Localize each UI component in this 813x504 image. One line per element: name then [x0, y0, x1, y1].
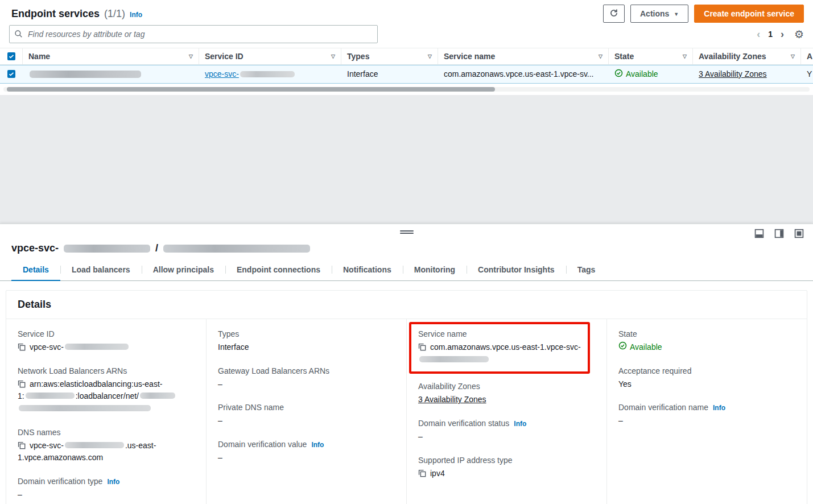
field-domain-verification-name: Domain verification name Info – — [618, 403, 795, 427]
check-circle-icon — [614, 69, 623, 79]
horizontal-scrollbar[interactable] — [3, 87, 810, 92]
details-card-header: Details — [6, 291, 807, 319]
filter-icon[interactable]: ▽ — [331, 53, 335, 59]
info-link[interactable]: Info — [514, 420, 526, 428]
refresh-icon — [609, 9, 618, 19]
details-column-3: Service name com.amazonaws.vpce.us-east-… — [406, 319, 606, 504]
availability-zones-link[interactable]: 3 Availability Zones — [699, 69, 767, 79]
cell-clipped: Y — [801, 69, 813, 79]
check-circle-icon — [618, 341, 627, 354]
tab-endpoint-connections[interactable]: Endpoint connections — [225, 260, 332, 280]
column-header-clipped[interactable]: A — [801, 48, 813, 64]
redacted-name — [30, 71, 141, 78]
next-page-button[interactable]: › — [781, 29, 784, 39]
status-badge: Available — [614, 69, 658, 79]
field-state: State Available — [618, 329, 795, 354]
redacted-value — [419, 356, 489, 362]
tab-monitoring[interactable]: Monitoring — [403, 260, 467, 280]
info-link[interactable]: Info — [311, 441, 324, 449]
chevron-down-icon: ▼ — [674, 11, 679, 17]
copy-icon[interactable] — [418, 343, 426, 351]
field-service-id: Service ID vpce-svc- — [18, 329, 195, 354]
refresh-button[interactable] — [603, 5, 625, 23]
filter-icon[interactable]: ▽ — [683, 53, 687, 59]
create-endpoint-service-button[interactable]: Create endpoint service — [694, 5, 804, 23]
copy-icon[interactable] — [18, 343, 26, 351]
split-panel: vpce-svc- / Details Load balancers Allow… — [0, 224, 813, 504]
field-private-dns-name: Private DNS name – — [218, 403, 395, 427]
copy-icon[interactable] — [418, 469, 426, 477]
cell-service-id: vpce-svc- — [199, 69, 341, 79]
tab-notifications[interactable]: Notifications — [332, 260, 403, 280]
field-domain-verification-value: Domain verification value Info – — [218, 440, 395, 464]
cell-service-name: com.amazonaws.vpce.us-east-1.vpce-sv... — [438, 69, 609, 79]
info-link[interactable]: Info — [130, 11, 142, 19]
details-column-1: Service ID vpce-svc- Network Load Balanc… — [6, 319, 206, 504]
column-header-service-id[interactable]: Service ID ▽ — [199, 48, 341, 64]
field-service-name: Service name com.amazonaws.vpce.us-east-… — [418, 329, 581, 366]
tab-load-balancers[interactable]: Load balancers — [60, 260, 142, 280]
search-input[interactable] — [9, 25, 378, 43]
page-title: Endpoint services — [11, 8, 100, 20]
tab-details[interactable]: Details — [11, 260, 60, 280]
field-acceptance-required: Acceptance required Yes — [618, 366, 795, 391]
row-checkbox[interactable] — [7, 70, 15, 78]
details-card: Details Service ID vpce-svc- Network — [6, 290, 807, 504]
info-link[interactable]: Info — [107, 478, 119, 486]
panel-fullscreen-icon[interactable] — [794, 229, 804, 238]
column-header-state[interactable]: State ▽ — [609, 48, 693, 64]
redacted-title-name — [163, 245, 310, 253]
preferences-gear-icon[interactable]: ⚙ — [794, 29, 804, 40]
column-header-types[interactable]: Types ▽ — [341, 48, 438, 64]
field-nlb-arns: Network Load Balancers ARNs arn:aws:elas… — [18, 366, 195, 415]
scrollbar-thumb[interactable] — [7, 87, 495, 92]
redacted-value — [26, 393, 75, 399]
search-box — [9, 25, 378, 43]
filter-icon[interactable]: ▽ — [791, 53, 795, 59]
field-availability-zones: Availability Zones 3 Availability Zones — [418, 382, 595, 406]
cell-types: Interface — [341, 69, 438, 79]
info-link[interactable]: Info — [713, 404, 725, 412]
redacted-title-id — [64, 245, 150, 253]
search-icon — [14, 30, 23, 40]
panel-position-bottom-icon[interactable] — [754, 229, 764, 238]
select-all-cell — [0, 48, 23, 64]
availability-zones-link[interactable]: 3 Availability Zones — [418, 395, 486, 404]
filter-icon[interactable]: ▽ — [428, 53, 432, 59]
endpoint-services-page: Endpoint services (1/1) Info Actions ▼ C… — [0, 0, 813, 504]
filter-icon[interactable]: ▽ — [189, 53, 193, 59]
details-heading: Details — [18, 299, 795, 311]
toolbar-row: ‹ 1 › ⚙ — [0, 25, 813, 48]
copy-icon[interactable] — [18, 380, 26, 388]
panel-position-side-icon[interactable] — [774, 229, 784, 238]
field-supported-ip-address-type: Supported IP address type ipv4 — [418, 456, 595, 480]
copy-icon[interactable] — [18, 441, 26, 449]
select-all-checkbox[interactable] — [7, 52, 15, 60]
split-panel-resize-handle[interactable] — [400, 229, 414, 235]
field-gateway-lb-arns: Gateway Load Balancers ARNs – — [218, 366, 395, 391]
redacted-value — [65, 442, 124, 448]
detail-tabs: Details Load balancers Allow principals … — [0, 260, 813, 281]
column-header-availability-zones[interactable]: Availability Zones ▽ — [693, 48, 801, 64]
tab-contributor-insights[interactable]: Contributor Insights — [467, 260, 566, 280]
panel-position-controls — [754, 229, 804, 238]
tab-allow-principals[interactable]: Allow principals — [142, 260, 225, 280]
actions-button[interactable]: Actions ▼ — [630, 5, 688, 23]
cell-name — [23, 71, 199, 78]
tab-tags[interactable]: Tags — [566, 260, 607, 280]
redacted-value — [65, 344, 129, 350]
previous-page-button[interactable]: ‹ — [757, 29, 760, 39]
filter-icon[interactable]: ▽ — [599, 53, 602, 59]
field-types: Types Interface — [218, 329, 395, 354]
column-header-name[interactable]: Name ▽ — [23, 48, 199, 64]
table-row[interactable]: vpce-svc- Interface com.amazonaws.vpce.u… — [0, 65, 813, 84]
page-header: Endpoint services (1/1) Info Actions ▼ C… — [0, 0, 813, 25]
result-count: (1/1) — [104, 8, 125, 20]
field-domain-verification-type: Domain verification type Info – — [18, 477, 195, 501]
current-page: 1 — [768, 30, 773, 39]
cell-state: Available — [609, 69, 693, 79]
table-header: Name ▽ Service ID ▽ Types ▽ Service name… — [0, 48, 813, 65]
service-id-link[interactable]: vpce-svc- — [205, 69, 296, 79]
details-column-4: State Available Acceptance required — [606, 319, 807, 504]
column-header-service-name[interactable]: Service name ▽ — [438, 48, 609, 64]
